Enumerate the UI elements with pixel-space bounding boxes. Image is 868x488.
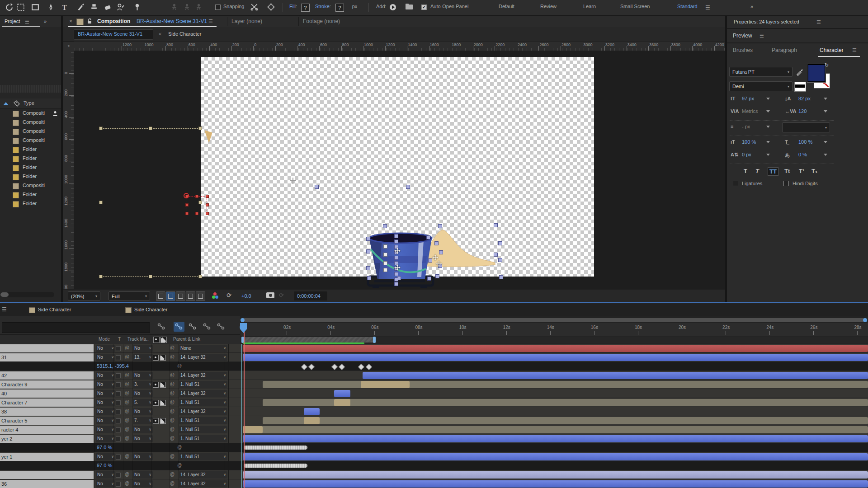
layer-name[interactable]: 38 — [0, 408, 94, 416]
selection-tool-icon[interactable] — [16, 3, 25, 12]
properties-menu-icon[interactable]: ☰ — [816, 19, 821, 25]
faux-style-0[interactable]: T — [742, 167, 749, 175]
t-checkbox[interactable] — [116, 391, 121, 396]
roto-brush-tool-icon[interactable] — [116, 3, 125, 12]
pickwhip-icon[interactable]: @ — [125, 472, 129, 477]
layer-duration-bar[interactable] — [334, 399, 350, 406]
layer-duration-bar[interactable] — [243, 480, 868, 488]
layer-duration-bar[interactable] — [243, 426, 868, 433]
parent-dropdown[interactable]: 1. Null 51∨ — [179, 417, 227, 424]
timeline-layer-row[interactable]: yer 1No∨@No∨@1. Null 51∨ — [0, 452, 868, 461]
pickwhip-icon[interactable]: @ — [125, 436, 129, 441]
layer-duration-bar[interactable] — [243, 471, 868, 479]
pickwhip-icon[interactable]: @ — [125, 481, 129, 486]
project-search[interactable] — [0, 85, 61, 93]
comp-tab-close-icon[interactable]: × — [69, 18, 72, 24]
layer-handle[interactable] — [435, 274, 439, 278]
timeline-layer-row[interactable]: Character 9No∨@3.∨@1. Null 51∨ — [0, 380, 868, 389]
parent-dropdown[interactable]: 14. Layer 32∨ — [179, 390, 227, 397]
pickwhip-icon[interactable]: @ — [170, 472, 175, 477]
timeline-layer-row[interactable]: No∨@No∨@14. Layer 32∨ — [0, 470, 868, 479]
layer-name[interactable]: Character 9 — [0, 380, 94, 389]
selection-bounding-box[interactable] — [101, 128, 200, 277]
graph-editor-icon[interactable] — [216, 322, 226, 332]
trkmat-dropdown[interactable]: No∨ — [133, 390, 153, 397]
stroke-style-dropdown[interactable]: ▾ — [782, 122, 830, 132]
layer-handle[interactable] — [366, 266, 370, 270]
red-selection-handle[interactable] — [195, 212, 198, 215]
trkmat-dropdown[interactable]: No∨ — [133, 471, 153, 479]
mode-dropdown[interactable]: No∨ — [96, 417, 115, 424]
camera-icon[interactable] — [266, 292, 274, 298]
mode-dropdown[interactable]: No∨ — [96, 453, 115, 460]
baseline-shift-value[interactable]: 0 px — [742, 152, 751, 157]
layer-duration-bar[interactable] — [263, 417, 868, 424]
pickwhip-icon[interactable]: @ — [125, 390, 129, 395]
font-family-dropdown[interactable]: Futura PT▾ — [729, 67, 793, 77]
swap-colors-icon[interactable]: ↻ — [825, 62, 830, 68]
timeline-property-row[interactable]: 5315.1, -395.4@ — [0, 362, 868, 371]
parent-dropdown[interactable]: 14. Layer 32∨ — [179, 354, 227, 361]
layer-handle[interactable] — [394, 272, 398, 276]
trkmat-dropdown[interactable]: No∨ — [133, 453, 153, 460]
pickwhip-icon[interactable]: @ — [170, 481, 175, 486]
layer-duration-bar[interactable] — [363, 372, 868, 379]
parent-dropdown[interactable]: None∨ — [179, 345, 227, 352]
timeline-tab[interactable]: Side Character — [38, 307, 71, 312]
layer-duration-bar[interactable] — [304, 408, 320, 415]
red-selection-handle[interactable] — [195, 195, 198, 198]
parent-dropdown[interactable]: 14. Layer 32∨ — [179, 408, 227, 415]
project-menu-icon[interactable]: ☰ — [25, 19, 29, 25]
layer-duration-bar[interactable] — [243, 354, 868, 361]
horizontal-ruler[interactable]: 1200100080060040020002004006008001000120… — [74, 42, 725, 51]
layer-handle[interactable] — [438, 224, 442, 228]
red-selection-handle[interactable] — [206, 212, 209, 215]
layer-tab[interactable]: Layer (none) — [231, 18, 262, 24]
layer-name[interactable]: 31 — [0, 353, 94, 361]
mode-dropdown[interactable]: No∨ — [96, 399, 115, 406]
selection-handle[interactable] — [198, 275, 202, 278]
layer-name[interactable]: yer 2 — [0, 435, 94, 443]
parent-dropdown[interactable]: 14. Layer 32∨ — [179, 471, 227, 479]
timeline-layer-row[interactable]: yer 2No∨@No∨@1. Null 51∨ — [0, 434, 868, 443]
lock-icon[interactable] — [87, 18, 92, 24]
pickwhip-icon[interactable]: @ — [170, 372, 175, 377]
trkmat-dropdown[interactable]: No∨ — [133, 435, 153, 442]
layer-handle[interactable] — [494, 253, 498, 257]
footage-tab[interactable]: Footage (none) — [303, 18, 340, 24]
trkmat-dropdown[interactable]: No∨ — [133, 345, 153, 352]
faux-style-2[interactable]: TT — [768, 167, 778, 176]
time-navigator[interactable] — [241, 318, 867, 322]
layer-handle[interactable] — [498, 241, 502, 245]
properties-title[interactable]: Properties: 24 layers selected — [734, 19, 799, 24]
parent-dropdown[interactable]: 1. Null 51∨ — [179, 399, 227, 406]
trkmat-dropdown[interactable]: No∨ — [133, 372, 153, 379]
pickwhip-icon[interactable]: @ — [170, 454, 175, 459]
exposure-value[interactable]: +0.0 — [241, 293, 251, 299]
motion-blur-icon[interactable] — [187, 322, 198, 332]
font-size-value[interactable]: 97 px — [742, 96, 754, 101]
timeline-layer-row[interactable]: 40No∨@No∨@14. Layer 32∨ — [0, 389, 868, 398]
trkmat-dropdown[interactable]: No∨ — [133, 480, 153, 488]
anchor-handle[interactable] — [406, 185, 410, 189]
crosshair-icon[interactable] — [267, 3, 276, 12]
mode-dropdown[interactable]: No∨ — [96, 471, 115, 479]
matte-luma-icon[interactable] — [160, 382, 166, 388]
matte-luma-icon[interactable] — [160, 355, 166, 361]
selection-handle[interactable] — [99, 275, 103, 278]
vertical-ruler[interactable]: 0200400600800100012001400160018002000 — [63, 51, 74, 289]
mode-dropdown[interactable]: No∨ — [96, 354, 115, 361]
project-collapse-chevron[interactable]: » — [44, 19, 47, 24]
rotate-tool-icon[interactable] — [5, 3, 14, 12]
snapping-checkbox[interactable] — [215, 5, 221, 10]
layer-name[interactable] — [0, 344, 94, 352]
layer-handle[interactable] — [498, 258, 502, 262]
project-item[interactable]: Compositi — [0, 136, 61, 145]
layer-duration-bar[interactable] — [334, 390, 350, 397]
red-selection-handle[interactable] — [206, 195, 209, 198]
property-value[interactable]: 5315.1, -395.4 — [97, 363, 129, 369]
channel-icon[interactable] — [212, 292, 220, 300]
workspace-small-screen[interactable]: Small Screen — [620, 4, 650, 9]
trkmat-dropdown[interactable]: No∨ — [133, 408, 153, 415]
puppet-pin-tool-icon[interactable] — [133, 3, 142, 12]
